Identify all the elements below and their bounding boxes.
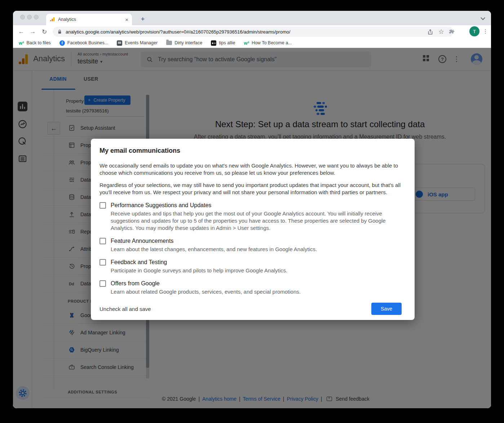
option-feature-announcements: Feature Announcements Learn about the la…: [100, 237, 402, 253]
bookmark-tips-allie[interactable]: tips allie: [211, 40, 235, 46]
option-label[interactable]: Offers from Google: [111, 280, 301, 287]
bookmark-back-to-files[interactable]: w³ Back to files: [19, 40, 51, 46]
dialog-intro-1: We occasionally send emails to update yo…: [100, 162, 402, 177]
bookmark-label: Events Manager: [125, 40, 158, 45]
option-performance-suggestions: Performance Suggestions and Updates Rece…: [100, 202, 402, 232]
option-label[interactable]: Feature Announcements: [111, 237, 317, 245]
browser-toolbar: ← → ↻ analytics.google.com/analytics/web…: [13, 25, 491, 38]
bookmark-facebook-business[interactable]: f Facebook Busines...: [59, 40, 108, 46]
share-icon[interactable]: [427, 29, 433, 35]
feedback-testing-checkbox[interactable]: [100, 259, 106, 266]
minimize-window-button[interactable]: [27, 15, 32, 19]
analytics-page: Analytics All accounts › mytestaccount t…: [13, 48, 491, 408]
chrome-profile-avatar[interactable]: T: [469, 26, 479, 36]
tab-search-chevron-icon[interactable]: [481, 15, 485, 20]
tab-title: Analytics: [58, 17, 125, 22]
url-domain: analytics.google.com: [66, 29, 109, 35]
w3-logo-icon: w³: [244, 40, 249, 46]
offers-from-google-checkbox[interactable]: [100, 280, 106, 287]
performance-suggestions-checkbox[interactable]: [100, 202, 106, 209]
close-window-button[interactable]: [20, 15, 25, 19]
reload-button[interactable]: ↻: [40, 27, 49, 36]
bookmark-dirty-interface[interactable]: Dirty interface: [166, 40, 202, 45]
feature-announcements-checkbox[interactable]: [100, 238, 106, 244]
option-offers-from-google: Offers from Google Learn about related G…: [100, 280, 402, 295]
folder-icon: [166, 41, 172, 45]
w3-logo-icon: w³: [19, 40, 24, 46]
lock-icon: [57, 29, 62, 35]
option-label[interactable]: Performance Suggestions and Updates: [111, 202, 402, 209]
bookmarks-bar: w³ Back to files f Facebook Busines... E…: [13, 38, 491, 48]
uncheck-all-and-save-link[interactable]: Uncheck all and save: [100, 306, 151, 312]
dialog-title: My email communications: [100, 147, 402, 155]
events-manager-icon: [117, 40, 122, 46]
new-tab-button[interactable]: +: [138, 14, 148, 24]
browser-window: Analytics × + ← → ↻ analytics.google.com…: [13, 11, 491, 408]
browser-tab-analytics[interactable]: Analytics ×: [46, 14, 132, 25]
url-path: /analytics/web/provision/?authuser=0#/a2…: [109, 29, 290, 35]
forward-button[interactable]: →: [28, 27, 37, 36]
address-bar[interactable]: analytics.google.com/analytics/web/provi…: [53, 27, 454, 37]
dialog-intro-2: Regardless of your selections, we may st…: [100, 182, 402, 196]
tab-strip: Analytics × +: [13, 11, 491, 25]
option-description: Receive updates and tips that help you g…: [111, 210, 402, 232]
bookmark-label: Dirty interface: [174, 40, 202, 45]
close-tab-icon[interactable]: ×: [125, 17, 128, 23]
extensions-puzzle-icon[interactable]: [448, 28, 455, 35]
option-description: Learn about the latest changes, enhancem…: [111, 246, 317, 253]
option-description: Learn about related Google products, ser…: [111, 288, 301, 295]
option-label[interactable]: Feedback and Testing: [111, 259, 287, 266]
bookmark-events-manager[interactable]: Events Manager: [117, 40, 158, 46]
option-feedback-and-testing: Feedback and Testing Participate in Goog…: [100, 259, 402, 274]
tips-allie-icon: [211, 40, 216, 46]
chrome-menu-icon[interactable]: ⋮: [483, 28, 488, 35]
bookmark-label: Back to files: [26, 40, 50, 45]
bookmark-label: tips allie: [219, 40, 235, 45]
bookmark-star-icon[interactable]: ☆: [438, 28, 444, 36]
save-button[interactable]: Save: [371, 303, 402, 315]
option-description: Participate in Google surveys and pilots…: [111, 267, 287, 274]
bookmark-how-to-become[interactable]: w³ How To Become a...: [244, 40, 292, 46]
bookmark-label: Facebook Busines...: [67, 40, 108, 45]
email-communications-dialog: My email communications We occasionally …: [91, 139, 415, 320]
analytics-favicon-icon: [50, 17, 55, 22]
bookmark-label: How To Become a...: [252, 40, 292, 45]
back-button[interactable]: ←: [17, 27, 26, 36]
zoom-window-button[interactable]: [34, 15, 39, 19]
facebook-icon: f: [59, 40, 65, 46]
